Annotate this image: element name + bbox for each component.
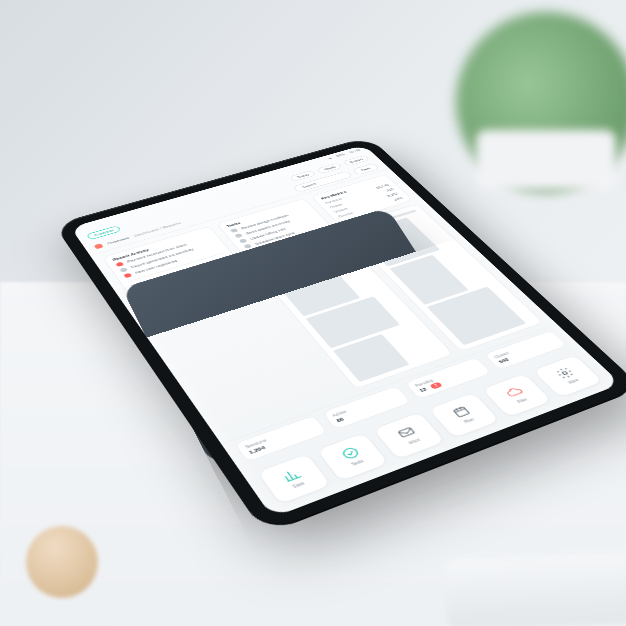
status-dot-icon: [119, 268, 128, 273]
status-dot-icon: [123, 273, 132, 279]
dock-chart[interactable]: Stats: [256, 453, 332, 505]
dock-check[interactable]: Tasks: [315, 432, 390, 482]
desk-object: [26, 526, 98, 598]
checkbox-icon[interactable]: [229, 228, 238, 233]
pending-badge: 3: [429, 382, 443, 390]
section-indicator-icon: [93, 244, 103, 250]
keyboard-decor: [445, 553, 626, 626]
checkbox-icon[interactable]: [234, 234, 243, 239]
svg-point-0: [340, 448, 359, 461]
plant-pot: [476, 130, 616, 190]
svg-point-3: [562, 372, 568, 376]
wifi-icon: ▲: [326, 157, 333, 161]
checkbox-icon[interactable]: [238, 239, 247, 244]
dock-mail[interactable]: Inbox: [372, 412, 446, 461]
status-dot-icon: [115, 262, 124, 267]
